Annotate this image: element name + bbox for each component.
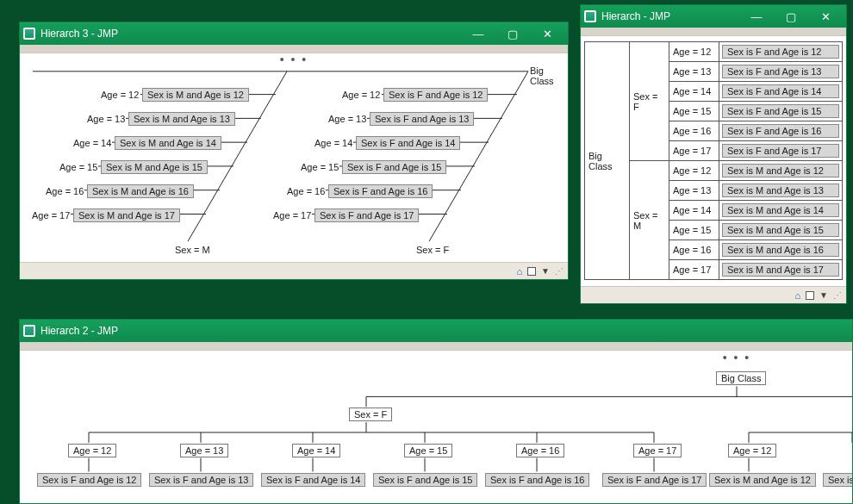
age-cell: Age = 14 bbox=[669, 201, 719, 221]
leaf-node[interactable]: Sex is F and Age is 15 bbox=[342, 160, 446, 174]
app-icon bbox=[23, 325, 35, 337]
leaf-node[interactable]: Sex is F and Age is 17 bbox=[602, 473, 707, 487]
age-label: Age = 13 bbox=[87, 114, 125, 124]
window-hierarch-3: Hierarch 3 - JMP — ▢ ✕ • • • bbox=[19, 22, 569, 280]
leaf-node[interactable]: Sex is F and Age is 14 bbox=[722, 84, 839, 98]
resize-grip-icon[interactable]: ⋰ bbox=[833, 290, 841, 300]
leaf-node[interactable]: Sex is M and Age is 15 bbox=[722, 223, 839, 237]
leaf-node[interactable]: Sex is F and Age is 14 bbox=[261, 473, 365, 487]
leaf-node[interactable]: Sex is F and Age is 13 bbox=[722, 65, 839, 78]
window-title: Hierarch 3 - JMP bbox=[40, 28, 456, 40]
root-node[interactable]: Big Class bbox=[716, 371, 766, 385]
leaf-node[interactable]: Sex is M and Age is 15 bbox=[101, 160, 208, 174]
app-icon bbox=[584, 10, 596, 22]
leaf-node[interactable]: Sex is F and Age is 12 bbox=[37, 473, 141, 487]
leaf-node[interactable]: Sex is M and Age is 13 bbox=[722, 184, 839, 197]
branch-sex-m: Sex = M bbox=[175, 245, 210, 255]
leaf-node[interactable]: Sex is F and Age is 15 bbox=[373, 473, 477, 487]
dropdown-icon[interactable]: ▼ bbox=[819, 290, 828, 300]
leaf-node[interactable]: Sex is F and Age is 15 bbox=[722, 104, 839, 118]
age-label: Age = 16 bbox=[287, 186, 325, 196]
content-area: Big Class Sex = F Age = 12 Sex is F and … bbox=[581, 36, 846, 286]
leaf-cell: Sex is M and Age is 17 bbox=[719, 260, 843, 280]
content-area: • • • bbox=[20, 53, 568, 262]
leaf-node[interactable]: Sex is bbox=[823, 473, 852, 487]
leaf-node[interactable]: Sex is F and Age is 16 bbox=[485, 473, 589, 487]
leaf-node[interactable]: Sex is F and Age is 17 bbox=[314, 208, 419, 222]
resize-grip-icon[interactable]: ⋰ bbox=[555, 266, 563, 276]
leaf-node[interactable]: Sex is M and Age is 14 bbox=[115, 136, 221, 150]
org-chart: Big Class Sex = F Age = 12 Age = 13 Age … bbox=[20, 351, 852, 503]
leaf-node[interactable]: Sex is M and Age is 17 bbox=[722, 263, 839, 277]
age-cell: Age = 13 bbox=[669, 181, 719, 201]
titlebar[interactable]: Hierarch 3 - JMP — ▢ ✕ bbox=[20, 22, 568, 45]
sex-cell: Sex = M bbox=[630, 161, 669, 280]
age-node[interactable]: Age = 15 bbox=[404, 444, 452, 457]
minimize-button[interactable]: — bbox=[739, 5, 774, 28]
leaf-node[interactable]: Sex is M and Age is 16 bbox=[722, 243, 839, 257]
age-label: Age = 12 bbox=[342, 90, 380, 100]
leaf-cell: Sex is M and Age is 12 bbox=[719, 161, 843, 181]
leaf-cell: Sex is F and Age is 17 bbox=[719, 141, 843, 161]
window-title: Hierarch 2 - JMP bbox=[40, 325, 849, 337]
titlebar[interactable]: Hierarch 2 - JMP bbox=[20, 320, 852, 342]
age-label: Age = 17 bbox=[273, 210, 311, 221]
age-label: Age = 12 bbox=[101, 90, 139, 100]
maximize-button[interactable]: ▢ bbox=[495, 22, 530, 45]
age-cell: Age = 12 bbox=[669, 42, 719, 62]
age-label: Age = 14 bbox=[73, 138, 111, 148]
maximize-button[interactable]: ▢ bbox=[774, 5, 808, 28]
leaf-node[interactable]: Sex is M and Age is 16 bbox=[87, 184, 194, 198]
branch-sex-f: Sex = F bbox=[416, 245, 449, 255]
leaf-cell: Sex is F and Age is 16 bbox=[719, 121, 843, 141]
leaf-node[interactable]: Sex is M and Age is 12 bbox=[142, 88, 249, 102]
leaf-node[interactable]: Sex is F and Age is 16 bbox=[328, 184, 433, 198]
dropdown-icon[interactable]: ▼ bbox=[541, 266, 550, 276]
home-icon[interactable]: ⌂ bbox=[794, 290, 800, 301]
leaf-node[interactable]: Sex is M and Age is 17 bbox=[73, 208, 180, 222]
age-cell: Age = 13 bbox=[669, 62, 719, 82]
age-node[interactable]: Age = 12 bbox=[728, 444, 776, 457]
home-icon[interactable]: ⌂ bbox=[516, 266, 522, 277]
age-node[interactable]: Age = 14 bbox=[292, 444, 340, 457]
leaf-node[interactable]: Sex is F and Age is 14 bbox=[356, 136, 460, 150]
root-cell: Big Class bbox=[585, 42, 630, 280]
age-label: Age = 17 bbox=[32, 210, 70, 221]
status-bar: ⌂ ▼ ⋰ bbox=[20, 262, 568, 279]
window-title: Hierarch - JMP bbox=[601, 10, 734, 22]
sex-node[interactable]: Sex = F bbox=[349, 408, 392, 421]
leaf-node[interactable]: Sex is F and Age is 13 bbox=[149, 473, 253, 487]
minimize-button[interactable]: — bbox=[461, 22, 495, 45]
close-button[interactable]: ✕ bbox=[808, 5, 843, 28]
age-cell: Age = 15 bbox=[669, 221, 719, 240]
status-bar: ⌂ ▼ ⋰ bbox=[581, 286, 846, 303]
leaf-node[interactable]: Sex is F and Age is 12 bbox=[383, 88, 488, 102]
status-square-icon[interactable] bbox=[527, 267, 536, 276]
age-cell: Age = 12 bbox=[669, 161, 719, 181]
age-node[interactable]: Age = 12 bbox=[68, 444, 116, 457]
status-square-icon[interactable] bbox=[806, 291, 814, 300]
close-button[interactable]: ✕ bbox=[530, 22, 564, 45]
leaf-node[interactable]: Sex is F and Age is 13 bbox=[370, 112, 474, 126]
age-node[interactable]: Age = 17 bbox=[633, 444, 682, 457]
leaf-cell: Sex is F and Age is 14 bbox=[719, 82, 843, 102]
titlebar[interactable]: Hierarch - JMP — ▢ ✕ bbox=[581, 5, 846, 28]
age-node[interactable]: Age = 13 bbox=[180, 444, 228, 457]
leaf-node[interactable]: Sex is M and Age is 14 bbox=[722, 203, 839, 217]
menu-band bbox=[581, 28, 846, 36]
menu-band bbox=[20, 45, 568, 53]
leaf-node[interactable]: Sex is F and Age is 12 bbox=[722, 45, 839, 59]
window-hierarch-2: Hierarch 2 - JMP • • • bbox=[19, 319, 853, 504]
sex-cell: Sex = F bbox=[630, 42, 669, 161]
age-cell: Age = 16 bbox=[669, 121, 719, 141]
leaf-node[interactable]: Sex is F and Age is 16 bbox=[722, 124, 839, 138]
age-cell: Age = 17 bbox=[669, 141, 719, 161]
age-node[interactable]: Age = 16 bbox=[516, 444, 564, 457]
age-label: Age = 16 bbox=[46, 186, 84, 196]
leaf-node[interactable]: Sex is F and Age is 17 bbox=[722, 144, 839, 158]
leaf-node[interactable]: Sex is M and Age is 12 bbox=[709, 473, 816, 487]
age-cell: Age = 16 bbox=[669, 240, 719, 260]
leaf-cell: Sex is F and Age is 15 bbox=[719, 102, 843, 121]
leaf-node[interactable]: Sex is M and Age is 13 bbox=[128, 112, 235, 126]
leaf-node[interactable]: Sex is M and Age is 12 bbox=[722, 164, 839, 177]
